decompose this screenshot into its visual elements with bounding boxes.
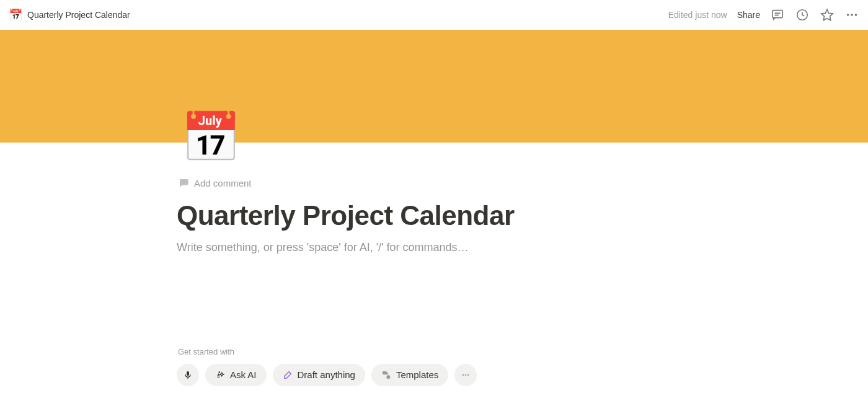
- page-small-icon: 📅: [9, 9, 22, 20]
- templates-button[interactable]: Templates: [371, 364, 448, 386]
- add-comment-button[interactable]: Add comment: [178, 177, 691, 188]
- page-title[interactable]: Quarterly Project Calendar: [177, 200, 691, 232]
- more-icon[interactable]: [844, 7, 859, 22]
- page-icon[interactable]: 📅: [180, 113, 241, 161]
- page-cover[interactable]: [0, 30, 868, 143]
- voice-button[interactable]: [177, 364, 199, 386]
- updates-icon[interactable]: [795, 7, 810, 22]
- svg-point-12: [467, 374, 469, 376]
- favorite-icon[interactable]: [820, 7, 835, 22]
- edited-status: Edited just now: [668, 10, 727, 20]
- breadcrumb[interactable]: 📅 Quarterly Project Calendar: [9, 9, 130, 20]
- pencil-icon: [283, 370, 293, 380]
- svg-rect-0: [773, 11, 783, 18]
- content-editor-placeholder[interactable]: Write something, or press 'space' for AI…: [177, 241, 691, 254]
- dots-icon: [461, 370, 471, 380]
- templates-label: Templates: [396, 369, 438, 380]
- share-button[interactable]: Share: [737, 10, 760, 20]
- microphone-icon: [183, 370, 193, 380]
- svg-point-9: [386, 375, 390, 379]
- sparkle-icon: [215, 370, 225, 380]
- svg-point-6: [851, 14, 853, 16]
- svg-point-11: [465, 374, 466, 376]
- svg-marker-4: [822, 9, 833, 20]
- topbar: 📅 Quarterly Project Calendar Edited just…: [0, 0, 868, 30]
- svg-point-5: [847, 14, 849, 16]
- page-content: 📅 Add comment Quarterly Project Calendar…: [177, 143, 691, 386]
- shapes-icon: [381, 370, 391, 380]
- draft-anything-button[interactable]: Draft anything: [273, 364, 365, 386]
- ask-ai-label: Ask AI: [230, 369, 257, 380]
- svg-point-7: [855, 14, 857, 16]
- add-comment-label: Add comment: [194, 178, 252, 188]
- draft-anything-label: Draft anything: [298, 369, 355, 380]
- topbar-actions: Edited just now Share: [668, 7, 859, 22]
- svg-point-10: [463, 374, 464, 376]
- ask-ai-button[interactable]: Ask AI: [205, 364, 267, 386]
- more-actions-button[interactable]: [454, 364, 477, 386]
- comments-icon[interactable]: [770, 7, 785, 22]
- comment-icon: [178, 177, 189, 188]
- page-small-title: Quarterly Project Calendar: [27, 10, 130, 20]
- get-started-label: Get started with: [178, 347, 691, 356]
- get-started-actions: Ask AI Draft anything Templates: [177, 364, 691, 386]
